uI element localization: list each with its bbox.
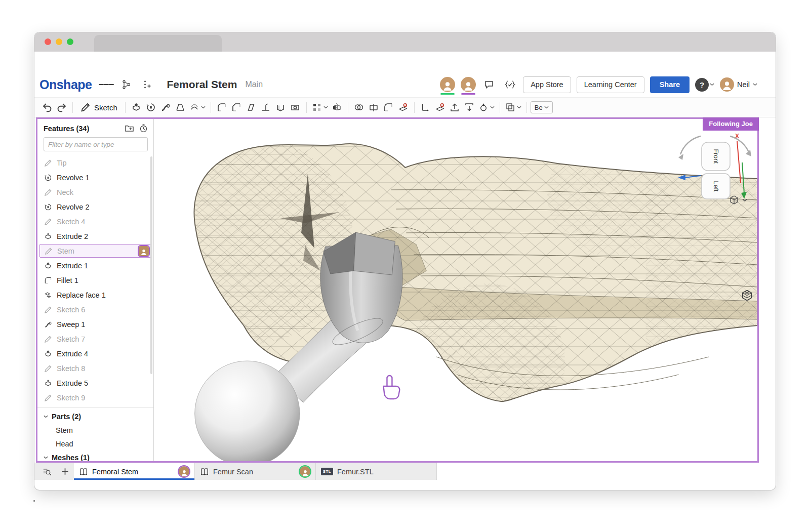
tab-femur-scan[interactable]: Femur Scan xyxy=(195,463,316,480)
custom-feature-label: Be xyxy=(535,104,543,111)
feature-item-extrude-1[interactable]: Extrude 1 xyxy=(37,258,153,273)
close-window-button[interactable] xyxy=(45,38,51,45)
feature-item-sweep-1[interactable]: Sweep 1 xyxy=(37,317,153,332)
boolean-button[interactable] xyxy=(352,100,367,115)
parts-section-header[interactable]: Parts (2) xyxy=(37,410,153,423)
panel-scrollbar[interactable] xyxy=(150,156,152,374)
chevron-down-icon xyxy=(753,83,757,86)
version-manager-button[interactable] xyxy=(119,77,134,92)
sketch-icon xyxy=(44,394,52,402)
sketch-button[interactable]: Sketch xyxy=(76,100,122,115)
zoom-window-button[interactable] xyxy=(67,38,73,45)
feature-label: Sketch 6 xyxy=(57,306,149,314)
import-button[interactable] xyxy=(448,100,462,115)
app-store-button[interactable]: App Store xyxy=(523,76,571,93)
following-badge[interactable]: Following Joe xyxy=(703,117,759,131)
revolve-button[interactable] xyxy=(144,100,158,115)
transform-button[interactable] xyxy=(418,100,433,115)
feature-item-sketch-9[interactable]: Sketch 9 xyxy=(37,390,153,405)
split-button[interactable] xyxy=(367,100,381,115)
extrude-icon xyxy=(44,232,52,240)
feature-label: Extrude 5 xyxy=(57,379,149,387)
extrude-button[interactable] xyxy=(129,100,144,115)
minimize-window-button[interactable] xyxy=(56,38,62,45)
mesh-display-icon[interactable] xyxy=(741,289,753,302)
redo-button[interactable] xyxy=(54,100,69,115)
feature-item-sketch-4[interactable]: Sketch 4 xyxy=(37,214,153,229)
user-menu[interactable]: Neil xyxy=(720,77,757,92)
chevron-down-icon xyxy=(544,106,549,109)
browser-titlebar xyxy=(34,32,776,52)
add-tab-button[interactable] xyxy=(56,463,74,480)
part-item-head[interactable]: Head xyxy=(37,437,153,451)
thicken-button[interactable] xyxy=(188,100,207,115)
export-button[interactable] xyxy=(462,100,477,115)
appearance-button[interactable] xyxy=(477,100,496,115)
feature-item-extrude-4[interactable]: Extrude 4 xyxy=(37,346,153,361)
search-tabs-button[interactable] xyxy=(37,463,56,480)
add-folder-icon[interactable] xyxy=(125,124,134,133)
feature-item-sketch-7[interactable]: Sketch 7 xyxy=(37,332,153,346)
feature-item-revolve-1[interactable]: Revolve 1 xyxy=(37,170,153,185)
feature-item-neck[interactable]: Neck xyxy=(37,185,153,199)
graphics-viewport[interactable]: Front Left X xyxy=(154,119,757,461)
collaborator-avatar-green[interactable] xyxy=(440,77,455,92)
help-menu[interactable]: ? xyxy=(695,78,714,92)
help-button[interactable]: ? xyxy=(695,78,709,92)
learning-center-button[interactable]: Learning Center xyxy=(577,76,644,93)
rollback-history-icon[interactable] xyxy=(139,124,148,133)
following-frame: Following Joe Features (34) Tip Revolve … xyxy=(36,117,759,463)
collaborator-avatar-joe[interactable] xyxy=(461,77,476,92)
feature-item-fillet-1[interactable]: Fillet 1 xyxy=(37,273,153,288)
undo-icon xyxy=(42,102,53,113)
delete-part-button[interactable] xyxy=(433,100,448,115)
draft-button[interactable] xyxy=(244,100,259,115)
femoral-head-ball[interactable] xyxy=(195,361,300,461)
feature-item-replace-face-1[interactable]: Replace face 1 xyxy=(37,288,153,302)
feature-item-stem[interactable]: Stem xyxy=(39,244,151,258)
featurescript-button[interactable] xyxy=(502,77,517,92)
view-cube-left-label[interactable]: Left xyxy=(712,181,719,192)
feature-item-sketch-6[interactable]: Sketch 6 xyxy=(37,302,153,317)
feature-item-extrude-5[interactable]: Extrude 5 xyxy=(37,376,153,390)
loft-button[interactable] xyxy=(173,100,188,115)
hole-icon xyxy=(290,102,300,112)
rib-button[interactable] xyxy=(259,100,273,115)
comments-button[interactable] xyxy=(481,77,497,92)
undo-button[interactable] xyxy=(39,100,54,115)
share-button[interactable]: Share xyxy=(650,76,690,93)
3d-scene[interactable] xyxy=(154,119,757,461)
feature-filter-input[interactable] xyxy=(44,137,148,151)
fillet-button[interactable] xyxy=(215,100,229,115)
linear-pattern-button[interactable] xyxy=(310,100,330,115)
y-axis-arrow xyxy=(741,192,747,199)
part-item-stem[interactable]: Stem xyxy=(37,423,153,437)
hole-button[interactable] xyxy=(288,100,303,115)
browser-window: Onshape Femoral Stem Main App Store Lear… xyxy=(34,32,776,490)
meshes-section-header[interactable]: Meshes (1) xyxy=(37,451,153,461)
sweep-button[interactable] xyxy=(158,100,173,115)
feature-item-tip[interactable]: Tip xyxy=(37,155,153,170)
named-views-button[interactable] xyxy=(504,100,523,115)
view-cube-front-label[interactable]: Front xyxy=(712,149,719,164)
delete-face-button[interactable] xyxy=(396,100,411,115)
pattern-icon xyxy=(312,102,322,112)
workspace-branch[interactable]: Main xyxy=(245,80,263,89)
main-menu-button[interactable] xyxy=(99,77,114,92)
tab-femoral-stem[interactable]: Femoral Stem xyxy=(74,463,195,480)
view-cube[interactable]: Front Left X xyxy=(673,131,754,207)
insert-new-element-button[interactable] xyxy=(139,77,154,92)
onshape-logo[interactable]: Onshape xyxy=(39,77,92,92)
feature-item-extrude-2[interactable]: Extrude 2 xyxy=(37,229,153,243)
rotate-left-arrow[interactable] xyxy=(678,154,683,160)
feature-item-revolve-2[interactable]: Revolve 2 xyxy=(37,199,153,214)
mirror-button[interactable] xyxy=(330,100,344,115)
chamfer-button[interactable] xyxy=(229,100,244,115)
tab-femur-stl[interactable]: STL Femur.STL xyxy=(316,463,437,480)
feature-item-sketch-8[interactable]: Sketch 8 xyxy=(37,361,153,376)
modify-fillet-button[interactable] xyxy=(381,100,396,115)
custom-feature-button[interactable]: Be xyxy=(531,101,553,113)
shell-button[interactable] xyxy=(273,100,288,115)
browser-tab[interactable] xyxy=(94,35,222,52)
featurescript-icon xyxy=(504,79,516,90)
